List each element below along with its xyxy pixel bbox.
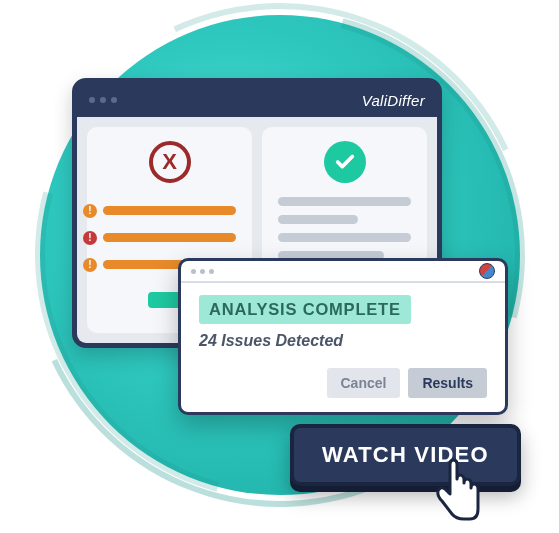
- dialog-subtitle: 24 Issues Detected: [199, 332, 487, 350]
- warning-icon: !: [83, 204, 97, 218]
- app-titlebar: ValiDiffer: [77, 83, 437, 117]
- results-button[interactable]: Results: [408, 368, 487, 398]
- window-dot: [111, 97, 117, 103]
- dialog-titlebar: [181, 261, 505, 283]
- check-icon: [324, 141, 366, 183]
- analysis-dialog: ANALYSIS COMPLETE 24 Issues Detected Can…: [178, 258, 508, 415]
- window-dot: [200, 269, 205, 274]
- x-icon: X: [149, 141, 191, 183]
- diff-line: [103, 206, 236, 215]
- brand-label: ValiDiffer: [362, 92, 425, 109]
- window-dot: [191, 269, 196, 274]
- diff-line: [103, 233, 236, 242]
- window-dot: [89, 97, 95, 103]
- dialog-title: ANALYSIS COMPLETE: [199, 295, 411, 324]
- watch-video-button[interactable]: WATCH VIDEO: [290, 424, 521, 486]
- content-line: [278, 215, 358, 224]
- content-line: [278, 197, 411, 206]
- error-icon: !: [83, 231, 97, 245]
- cancel-button[interactable]: Cancel: [327, 368, 401, 398]
- window-dot: [100, 97, 106, 103]
- content-line: [278, 233, 411, 242]
- warning-icon: !: [83, 258, 97, 272]
- app-icon: [479, 263, 495, 279]
- window-dot: [209, 269, 214, 274]
